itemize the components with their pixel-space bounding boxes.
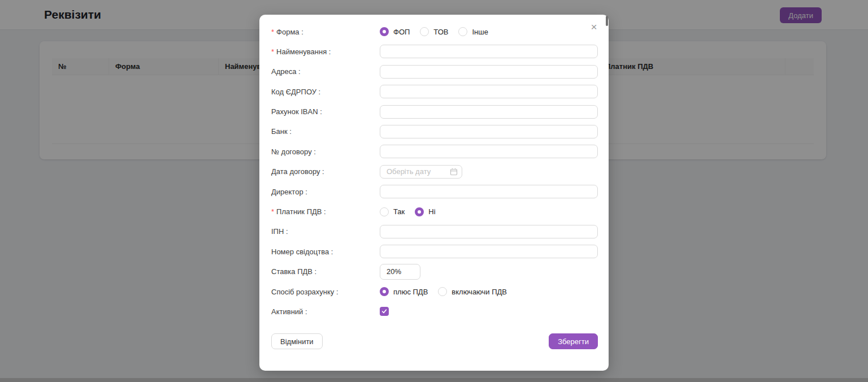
check-icon — [381, 309, 387, 314]
field-label-vat-payer: Платник ПДВ : — [276, 207, 326, 216]
field-label-contract-date: Дата договору : — [271, 167, 324, 176]
field-label-contract-no: № договору : — [271, 147, 316, 156]
form-row-edrpou: Код ЄДРПОУ : — [271, 85, 598, 98]
form-row-bank: Банк : — [271, 125, 598, 138]
director-input[interactable] — [380, 185, 598, 198]
radio-icon — [438, 287, 447, 296]
bank-input[interactable] — [380, 125, 598, 138]
radio-selected-icon — [380, 27, 389, 36]
radio-icon — [458, 27, 467, 36]
address-input[interactable] — [380, 65, 598, 79]
form-row-vat-payer: * Платник ПДВ : Так Ні — [271, 205, 598, 219]
modal-scrollbar-thumb[interactable] — [606, 16, 608, 26]
calendar-icon — [450, 168, 458, 176]
field-label-edrpou: Код ЄДРПОУ : — [271, 88, 320, 96]
page: Реквізити Додати № Форма Найменування Пл… — [0, 0, 868, 382]
form-row-contract-date: Дата договору : — [271, 165, 598, 179]
field-label-cert-no: Номер свідоцтва : — [271, 248, 333, 256]
form-row-ipn: ІПН : — [271, 225, 598, 238]
radio-label: Так — [393, 207, 405, 216]
radio-icon — [380, 207, 389, 216]
field-label-active: Активний : — [271, 307, 307, 316]
form-row-vat-rate: Ставка ПДВ : — [271, 265, 598, 279]
field-label-bank: Банк : — [271, 127, 292, 136]
required-mark: * — [271, 47, 274, 56]
modal-footer: Відмінити Зберегти — [271, 333, 598, 349]
form-row-iban: Рахунок IBAN : — [271, 105, 598, 119]
radio-icon — [420, 27, 429, 36]
field-label-calc-method: Спосіб розрахунку : — [271, 288, 338, 296]
field-label-vat-rate: Ставка ПДВ : — [271, 267, 316, 276]
field-label-name: Найменування : — [276, 47, 331, 56]
required-mark: * — [271, 207, 274, 216]
save-button[interactable]: Зберегти — [549, 333, 598, 349]
radio-option-ni[interactable]: Ні — [415, 207, 435, 216]
iban-input[interactable] — [380, 105, 598, 119]
field-label-director: Директор : — [271, 188, 307, 196]
radio-selected-icon — [380, 287, 389, 296]
contract-no-input[interactable] — [380, 145, 598, 158]
requisites-modal: × * Форма : ФОП ТОВ — [259, 15, 609, 371]
field-label-address: Адреса : — [271, 67, 301, 76]
edrpou-input[interactable] — [380, 85, 598, 98]
form-row-calc-method: Спосіб розрахунку : плюс ПДВ включаючи П… — [271, 285, 598, 298]
field-label-ipn: ІПН : — [271, 227, 288, 236]
form-row-director: Директор : — [271, 185, 598, 198]
field-label-iban: Рахунок IBAN : — [271, 107, 322, 116]
radio-label: Інше — [472, 28, 488, 36]
form-row-contract-no: № договору : — [271, 145, 598, 158]
radio-label: ТОВ — [433, 28, 448, 36]
radio-selected-icon — [415, 207, 424, 216]
ipn-input[interactable] — [380, 225, 598, 238]
form-row-forma: * Форма : ФОП ТОВ Інше — [271, 25, 598, 38]
radio-label: плюс ПДВ — [393, 288, 428, 296]
radio-option-fop[interactable]: ФОП — [380, 27, 410, 36]
required-mark: * — [271, 28, 274, 36]
radio-option-tov[interactable]: ТОВ — [420, 27, 448, 36]
radio-label: ФОП — [393, 28, 410, 36]
name-input[interactable] — [380, 45, 598, 58]
radio-label: включаючи ПДВ — [452, 288, 507, 296]
vat-rate-input[interactable] — [380, 264, 420, 280]
field-label-forma: Форма : — [276, 28, 303, 36]
radio-label: Ні — [428, 207, 435, 216]
cert-no-input[interactable] — [380, 245, 598, 258]
form-row-active: Активний : — [271, 305, 598, 318]
radio-option-inshe[interactable]: Інше — [458, 27, 488, 36]
modal-form: * Форма : ФОП ТОВ Інше — [271, 25, 598, 349]
form-row-name: * Найменування : — [271, 45, 598, 58]
radio-option-tak[interactable]: Так — [380, 207, 405, 216]
form-row-address: Адреса : — [271, 65, 598, 79]
radio-option-incl-vat[interactable]: включаючи ПДВ — [438, 287, 507, 296]
radio-option-plus-vat[interactable]: плюс ПДВ — [380, 287, 428, 296]
cancel-button[interactable]: Відмінити — [271, 333, 323, 349]
active-checkbox-checked[interactable] — [380, 307, 389, 316]
form-row-cert-no: Номер свідоцтва : — [271, 245, 598, 258]
